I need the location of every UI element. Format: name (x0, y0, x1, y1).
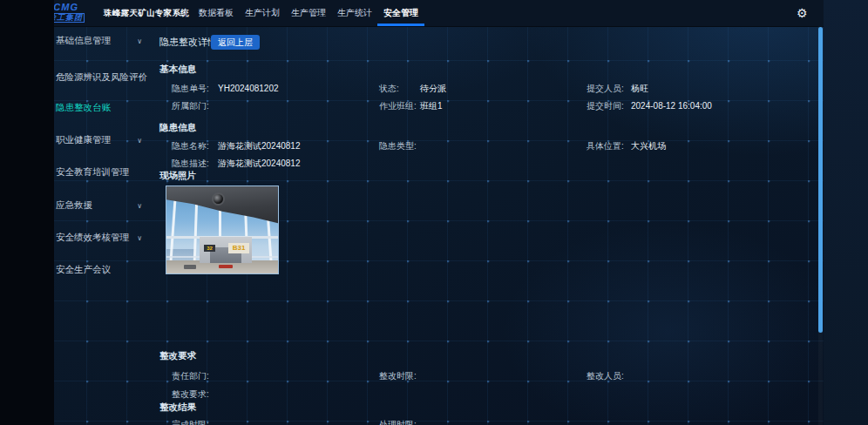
sidebar-item-safety-meeting[interactable]: 安全生产会议 (54, 263, 153, 276)
photo-dome-camera (212, 192, 225, 206)
field-work-team: 作业班组:班组1 (379, 100, 443, 112)
tab-production-management[interactable]: 生产管理 (289, 0, 328, 26)
tab-safety-management[interactable]: 安全管理 (382, 0, 420, 26)
section-header-basic-info: 基本信息 (159, 64, 196, 75)
field-finish-deadline: 完成时限: (172, 419, 218, 425)
sidebar-item-label: 应急救援 (56, 199, 92, 210)
field-label: 隐患描述: (172, 158, 218, 170)
sidebar-item-hazard-identification[interactable]: 危险源辨识及风险评价 (54, 71, 153, 84)
sidebar-item-occupational-health[interactable]: 职业健康管理 ∨ (54, 133, 153, 146)
tab-production-plan[interactable]: 生产计划 (243, 0, 281, 26)
field-label: 隐患名称: (172, 140, 218, 152)
sidebar-item-safety-education[interactable]: 安全教育培训管理 (54, 165, 153, 179)
section-header-rectify-result: 整改结果 (159, 401, 196, 413)
photo-people (184, 265, 196, 269)
field-danger-name: 隐患名称:游海花测试20240812 (172, 140, 301, 152)
sidebar-item-hidden-danger-ledger[interactable]: 隐患整改台账 (54, 101, 153, 114)
section-header-danger-info: 隐患信息 (159, 122, 196, 133)
field-danger-number: 隐患单号:YH2024081202 (172, 83, 279, 95)
field-location: 具体位置:大兴机场 (587, 140, 666, 152)
photo-gate-sign-b31: B31 (228, 243, 249, 253)
field-label: 整改时限: (379, 370, 420, 382)
field-label: 提交时间: (587, 100, 631, 112)
page-title: 隐患整改详情 (159, 36, 217, 49)
field-value: 游海花测试20240812 (218, 141, 301, 151)
photo-gate-structure: 32 B31 (200, 237, 252, 263)
field-label: 具体位置: (587, 140, 631, 152)
field-label: 处理时限: (379, 419, 420, 425)
field-value: 杨旺 (631, 84, 648, 93)
system-title: 珠峰露天矿山专家系统 (104, 0, 189, 26)
field-label: 整改人员: (587, 370, 631, 382)
field-rectify-deadline: 整改时限: (379, 370, 420, 382)
field-status: 状态:待分派 (379, 83, 446, 95)
field-label: 整改要求: (172, 388, 218, 401)
top-navigation-bar: XCMG 徐工集团 珠峰露天矿山专家系统 | 数据看板 生产计划 生产管理 生产… (54, 0, 824, 27)
scrollbar-thumb[interactable] (818, 27, 823, 333)
sidebar-item-label: 职业健康管理 (56, 134, 111, 145)
sidebar-item-label: 安全教育培训管理 (56, 166, 129, 177)
field-label: 隐患类型: (379, 140, 420, 152)
field-label: 提交人员: (587, 83, 631, 95)
sidebar-item-label: 安全绩效考核管理 (56, 232, 129, 242)
field-rectify-person: 整改人员: (587, 370, 631, 382)
field-label: 状态: (379, 83, 420, 95)
logo-text-bottom: 徐工集团 (54, 13, 85, 23)
field-handle-deadline: 处理时限: (379, 419, 420, 425)
chevron-down-icon: ∨ (137, 232, 142, 245)
field-danger-type: 隐患类型: (379, 140, 420, 152)
field-value: 大兴机场 (631, 141, 666, 151)
sidebar-item-safety-performance[interactable]: 安全绩效考核管理 ∨ (54, 231, 153, 244)
nav-tabs: 数据看板 生产计划 生产管理 生产统计 安全管理 (197, 0, 420, 26)
desktop-right-strip (824, 0, 868, 425)
sidebar-item-basic-info-mgmt[interactable]: 基础信息管理 ∨ (54, 34, 153, 47)
main-content: 隐患整改详情 返回上层 基本信息 隐患单号:YH2024081202 状态:待分… (54, 0, 824, 425)
field-department: 所属部门: (172, 100, 218, 112)
logo-text-top: XCMG (54, 3, 85, 12)
field-label: 隐患单号: (172, 83, 218, 95)
photo-gate-sign-32: 32 (204, 245, 215, 252)
chevron-down-icon: ∨ (137, 199, 142, 212)
sidebar-item-label: 基础信息管理 (56, 35, 111, 45)
tab-production-statistics[interactable]: 生产统计 (336, 0, 374, 26)
sidebar-item-label: 安全生产会议 (56, 264, 111, 274)
title-separator: | (185, 0, 187, 26)
sidebar-item-label: 危险源辨识及风险评价 (56, 71, 147, 82)
screen: XCMG 徐工集团 珠峰露天矿山专家系统 | 数据看板 生产计划 生产管理 生产… (0, 0, 868, 425)
sidebar-item-emergency-rescue[interactable]: 应急救援 ∨ (54, 199, 153, 212)
field-responsible-department: 责任部门: (172, 370, 218, 382)
field-label: 完成时限: (172, 419, 218, 425)
field-submitter: 提交人员:杨旺 (587, 83, 648, 95)
field-value: 班组1 (420, 101, 443, 111)
app-window: XCMG 徐工集团 珠峰露天矿山专家系统 | 数据看板 生产计划 生产管理 生产… (54, 0, 824, 425)
section-header-rectify-requirement: 整改要求 (159, 350, 196, 361)
field-label: 所属部门: (172, 100, 218, 112)
field-value: 游海花测试20240812 (218, 159, 301, 168)
back-to-parent-button[interactable]: 返回上层 (211, 35, 260, 50)
status-value: 待分派 (420, 84, 446, 93)
field-label: 责任部门: (172, 370, 218, 382)
field-value: 2024-08-12 16:04:00 (631, 101, 712, 111)
field-rectify-requirement: 整改要求: (172, 388, 218, 401)
photo-red-seats (219, 265, 233, 268)
xcmg-logo: XCMG 徐工集团 (54, 3, 85, 23)
field-danger-description: 隐患描述:游海花测试20240812 (172, 158, 301, 170)
desktop-left-strip (0, 0, 54, 425)
section-header-site-photos: 现场照片 (159, 170, 196, 181)
field-value: YH2024081202 (218, 84, 279, 93)
site-photo-thumbnail[interactable]: 32 B31 (166, 186, 279, 274)
chevron-down-icon: ∨ (137, 35, 142, 48)
settings-gear-icon[interactable]: ⚙ (797, 0, 808, 26)
field-submit-time: 提交时间:2024-08-12 16:04:00 (587, 100, 712, 112)
chevron-down-icon: ∨ (137, 134, 142, 147)
tab-data-dashboard[interactable]: 数据看板 (197, 0, 235, 26)
sidebar-item-label: 隐患整改台账 (56, 102, 111, 112)
field-label: 作业班组: (379, 100, 420, 112)
